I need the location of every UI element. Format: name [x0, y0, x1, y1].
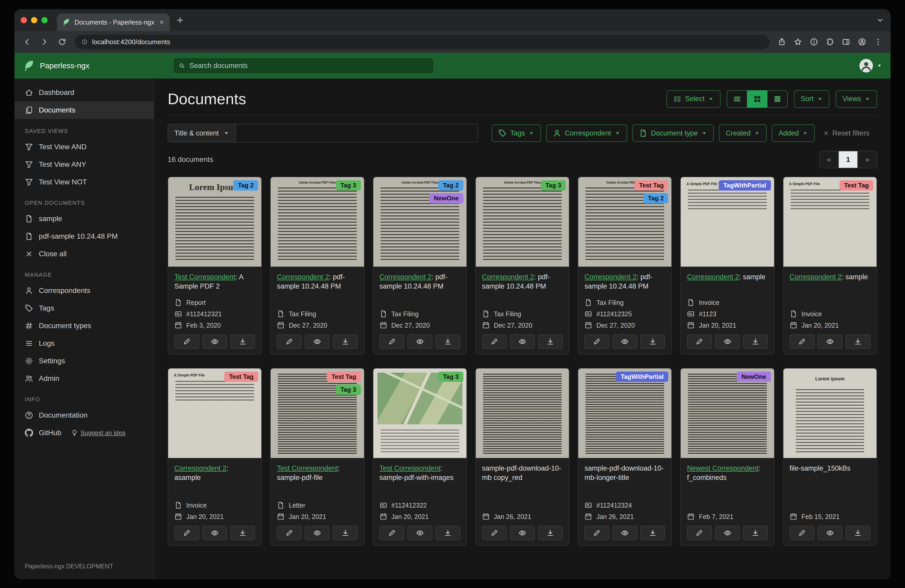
edit-button[interactable] — [277, 526, 302, 540]
view-button[interactable] — [408, 334, 432, 349]
correspondent-link[interactable]: Correspondent 2 — [277, 273, 329, 281]
correspondent-link[interactable]: Test Correspondent — [277, 464, 338, 472]
close-window-button[interactable] — [21, 17, 27, 23]
view-button[interactable] — [305, 334, 330, 349]
edit-button[interactable] — [482, 334, 507, 349]
download-button[interactable] — [846, 526, 870, 540]
download-button[interactable] — [538, 334, 563, 349]
extensions-icon[interactable] — [826, 38, 834, 46]
sidebar-item-documentation[interactable]: Documentation — [14, 406, 154, 424]
filter-field-dropdown[interactable]: Title & content — [168, 124, 236, 143]
view-button[interactable] — [818, 334, 842, 349]
sidebar-item-dashboard[interactable]: Dashboard — [14, 84, 154, 101]
edit-button[interactable] — [687, 334, 712, 349]
filter-created-button[interactable]: Created — [719, 124, 767, 142]
download-button[interactable] — [640, 526, 665, 540]
views-button[interactable]: Views — [836, 90, 877, 108]
tag-badge[interactable]: Tag 3 — [336, 180, 361, 190]
view-button[interactable] — [612, 334, 637, 349]
filter-added-button[interactable]: Added — [772, 124, 815, 142]
download-button[interactable] — [743, 526, 768, 540]
search-input[interactable] — [189, 62, 428, 70]
document-thumbnail[interactable]: Adobe Acrobat PDF FilesTag 3 — [476, 177, 569, 267]
sidebar-item-pdf-sample-10-24-48-pm[interactable]: pdf-sample 10.24.48 PM — [14, 228, 154, 245]
sidebar-item-test-view-any[interactable]: Test View ANY — [14, 156, 154, 173]
correspondent-link[interactable]: Correspondent 2 — [379, 273, 432, 281]
tag-badge[interactable]: Tag 2 — [643, 193, 668, 203]
edit-button[interactable] — [175, 334, 199, 349]
profile-avatar-icon[interactable] — [858, 38, 866, 46]
view-button[interactable] — [408, 526, 432, 540]
tab-search-chevron-icon[interactable] — [876, 16, 884, 24]
tag-badge[interactable]: TagWithPartial — [616, 372, 668, 382]
tag-badge[interactable]: NewOne — [429, 193, 464, 203]
document-thumbnail[interactable]: A Simple PDF FileTest Tag — [168, 368, 261, 458]
sidebar-item-admin[interactable]: Admin — [14, 370, 154, 387]
new-tab-button[interactable] — [176, 16, 184, 24]
download-button[interactable] — [435, 526, 460, 540]
document-thumbnail[interactable]: Adobe Acrobat PDF FilesTest TagTag 2 — [578, 177, 672, 267]
edit-button[interactable] — [175, 526, 199, 540]
edit-button[interactable] — [379, 526, 404, 540]
download-button[interactable] — [538, 526, 563, 540]
filter-correspondent-button[interactable]: Correspondent — [546, 124, 627, 142]
correspondent-link[interactable]: Correspondent 2 — [482, 273, 534, 281]
view-button[interactable] — [510, 334, 535, 349]
info-icon[interactable] — [810, 38, 818, 46]
browser-tab[interactable]: Documents - Paperless-ngx — [57, 13, 170, 31]
document-thumbnail[interactable]: TagWithPartial — [578, 368, 672, 458]
sidebar-item-test-view-and[interactable]: Test View AND — [14, 138, 154, 156]
view-button[interactable] — [510, 526, 535, 540]
download-button[interactable] — [333, 526, 357, 540]
edit-button[interactable] — [277, 334, 302, 349]
document-thumbnail[interactable] — [476, 368, 569, 458]
user-menu[interactable] — [859, 58, 882, 73]
side-panel-icon[interactable] — [842, 38, 850, 46]
reset-filters-button[interactable]: Reset filters — [823, 129, 869, 137]
tag-badge[interactable]: TagWithPartial — [719, 180, 771, 190]
document-thumbnail[interactable]: Lorem IpsumTag 2 — [168, 177, 261, 267]
tag-badge[interactable]: Test Tag — [634, 180, 668, 190]
edit-button[interactable] — [687, 526, 712, 540]
grid-view-button[interactable] — [747, 90, 768, 108]
share-icon[interactable] — [778, 38, 786, 46]
view-button[interactable] — [612, 526, 637, 540]
filter-document-type-button[interactable]: Document type — [632, 124, 714, 142]
select-button[interactable]: Select — [667, 90, 721, 108]
tag-badge[interactable]: Test Tag — [327, 372, 360, 382]
sidebar-item-suggest-an-idea[interactable]: Suggest an idea — [71, 429, 125, 436]
document-thumbnail[interactable]: Test TagTag 3 — [271, 368, 364, 458]
document-thumbnail[interactable]: Lorem ipsum — [783, 368, 876, 458]
pagination-page-1-button[interactable]: 1 — [838, 151, 858, 168]
brand[interactable]: Paperless-ngx — [23, 59, 168, 72]
sort-button[interactable]: Sort — [794, 90, 830, 108]
correspondent-link[interactable]: Correspondent 2 — [584, 273, 637, 281]
document-thumbnail[interactable]: Adobe Acrobat PDF FilesTag 3 — [271, 177, 364, 267]
sidebar-item-correspondents[interactable]: Correspondents — [14, 282, 154, 300]
edit-button[interactable] — [584, 334, 609, 349]
edit-button[interactable] — [790, 334, 814, 349]
correspondent-link[interactable]: Newest Correspondent — [687, 464, 758, 472]
tag-badge[interactable]: Tag 2 — [233, 180, 258, 190]
tag-badge[interactable]: Tag 3 — [336, 385, 361, 395]
list-view-button[interactable] — [727, 90, 748, 108]
tag-badge[interactable]: Test Tag — [840, 180, 873, 190]
download-button[interactable] — [435, 334, 460, 349]
title-content-filter-input[interactable] — [236, 124, 478, 143]
download-button[interactable] — [230, 526, 255, 540]
edit-button[interactable] — [584, 526, 609, 540]
view-button[interactable] — [818, 526, 842, 540]
view-button[interactable] — [202, 334, 227, 349]
reload-icon[interactable] — [58, 38, 66, 46]
correspondent-link[interactable]: Test Correspondent — [175, 273, 235, 281]
correspondent-link[interactable]: Test Correspondent — [379, 464, 441, 472]
document-thumbnail[interactable]: Tag 3 — [373, 368, 467, 458]
minimize-window-button[interactable] — [31, 17, 37, 23]
tag-badge[interactable]: Test Tag — [224, 372, 258, 382]
back-icon[interactable] — [23, 38, 31, 46]
edit-button[interactable] — [482, 526, 507, 540]
view-button[interactable] — [715, 526, 740, 540]
document-thumbnail[interactable]: NewOne — [681, 368, 774, 458]
sidebar-item-documents[interactable]: Documents — [14, 101, 154, 119]
document-thumbnail[interactable]: A Simple PDF FileTest Tag — [783, 177, 876, 267]
